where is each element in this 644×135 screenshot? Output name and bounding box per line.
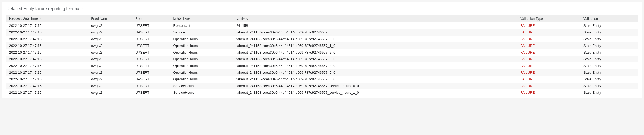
cell-request-date-time: 2022-10-27 17:47:15 (6, 22, 88, 29)
cell-validation-type: FAILURE (518, 89, 581, 96)
cell-route: UPSERT (133, 36, 170, 42)
cell-request-date-time: 2022-10-27 17:47:15 (6, 82, 88, 89)
cell-feed-name: owg.v2 (88, 89, 133, 96)
table-row: 2022-10-27 17:47:15owg.v2UPSERTOperation… (6, 49, 638, 56)
cell-validation: Stale Entity (581, 89, 638, 96)
cell-feed-name: owg.v2 (88, 42, 133, 49)
cell-request-date-time: 2022-10-27 17:47:15 (6, 36, 88, 42)
header-label: Feed Name (91, 17, 108, 21)
cell-entity-id: takeout_241158-ccea30e6-44df-4514-b069-7… (234, 49, 518, 56)
table-body: 2022-10-27 17:47:15owg.v2UPSERTRestauran… (6, 22, 638, 96)
cell-validation-type: FAILURE (518, 62, 581, 69)
header-label: Request Date Time (9, 17, 38, 20)
cell-entity-id: takeout_241158-ccea30e6-44df-4514-b069-7… (234, 36, 518, 42)
cell-validation-type: FAILURE (518, 36, 581, 42)
cell-feed-name: owg.v2 (88, 36, 133, 42)
failure-table: Request Date Time Feed Name Route Entity… (6, 15, 638, 96)
table-row: 2022-10-27 17:47:15owg.v2UPSERTServiceHo… (6, 89, 638, 96)
cell-route: UPSERT (133, 22, 170, 29)
cell-validation-type: FAILURE (518, 76, 581, 82)
cell-validation: Stale Entity (581, 62, 638, 69)
column-header-validation[interactable]: Validation (581, 15, 638, 22)
cell-request-date-time: 2022-10-27 17:47:15 (6, 69, 88, 76)
column-header-entity-type[interactable]: Entity Type (171, 15, 234, 22)
cell-validation: Stale Entity (581, 76, 638, 82)
cell-validation: Stale Entity (581, 49, 638, 56)
cell-validation-type: FAILURE (518, 29, 581, 36)
cell-route: UPSERT (133, 62, 170, 69)
cell-request-date-time: 2022-10-27 17:47:15 (6, 29, 88, 36)
cell-feed-name: owg.v2 (88, 22, 133, 29)
cell-request-date-time: 2022-10-27 17:47:15 (6, 42, 88, 49)
cell-validation: Stale Entity (581, 82, 638, 89)
cell-validation-type: FAILURE (518, 56, 581, 62)
cell-entity-id: 241158 (234, 22, 518, 29)
panel-title: Detailed Entity failure reporting feedba… (6, 6, 638, 11)
cell-feed-name: owg.v2 (88, 29, 133, 36)
cell-entity-type: OperationHours (171, 69, 234, 76)
column-header-route[interactable]: Route (133, 15, 170, 22)
cell-validation: Stale Entity (581, 56, 638, 62)
cell-entity-type: OperationHours (171, 49, 234, 56)
cell-route: UPSERT (133, 76, 170, 82)
cell-entity-type: OperationHours (171, 62, 234, 69)
sort-asc-icon (191, 17, 194, 21)
cell-route: UPSERT (133, 42, 170, 49)
table-row: 2022-10-27 17:47:15owg.v2UPSERTOperation… (6, 42, 638, 49)
cell-entity-type: OperationHours (171, 36, 234, 42)
table-row: 2022-10-27 17:47:15owg.v2UPSERTRestauran… (6, 22, 638, 29)
cell-request-date-time: 2022-10-27 17:47:15 (6, 62, 88, 69)
cell-route: UPSERT (133, 56, 170, 62)
header-label: Route (135, 17, 144, 21)
cell-entity-type: OperationHours (171, 56, 234, 62)
cell-entity-id: takeout_241158-ccea30e6-44df-4514-b069-7… (234, 76, 518, 82)
column-header-entity-id[interactable]: Entity Id (234, 15, 518, 22)
cell-feed-name: owg.v2 (88, 49, 133, 56)
cell-request-date-time: 2022-10-27 17:47:15 (6, 56, 88, 62)
cell-request-date-time: 2022-10-27 17:47:15 (6, 49, 88, 56)
cell-entity-id: takeout_241158-ccea30e6-44df-4514-b069-7… (234, 89, 518, 96)
failure-report-panel: Detailed Entity failure reporting feedba… (2, 2, 642, 98)
header-label: Entity Type (173, 17, 190, 20)
cell-request-date-time: 2022-10-27 17:47:15 (6, 89, 88, 96)
cell-feed-name: owg.v2 (88, 76, 133, 82)
table-row: 2022-10-27 17:47:15owg.v2UPSERTOperation… (6, 69, 638, 76)
cell-validation: Stale Entity (581, 29, 638, 36)
table-row: 2022-10-27 17:47:15owg.v2UPSERTServiceta… (6, 29, 638, 36)
cell-entity-id: takeout_241158-ccea30e6-44df-4514-b069-7… (234, 69, 518, 76)
table-row: 2022-10-27 17:47:15owg.v2UPSERTServiceHo… (6, 82, 638, 89)
cell-feed-name: owg.v2 (88, 56, 133, 62)
cell-entity-id: takeout_241158-ccea30e6-44df-4514-b069-7… (234, 29, 518, 36)
cell-validation-type: FAILURE (518, 49, 581, 56)
cell-validation: Stale Entity (581, 69, 638, 76)
cell-feed-name: owg.v2 (88, 69, 133, 76)
cell-entity-type: OperationHours (171, 76, 234, 82)
sort-desc-icon (39, 17, 42, 21)
table-row: 2022-10-27 17:47:15owg.v2UPSERTOperation… (6, 36, 638, 42)
cell-entity-type: OperationHours (171, 42, 234, 49)
cell-entity-type: ServiceHours (171, 89, 234, 96)
cell-validation-type: FAILURE (518, 69, 581, 76)
cell-validation: Stale Entity (581, 42, 638, 49)
table-row: 2022-10-27 17:47:15owg.v2UPSERTOperation… (6, 56, 638, 62)
column-header-feed-name[interactable]: Feed Name (88, 15, 133, 22)
cell-entity-type: Service (171, 29, 234, 36)
cell-validation-type: FAILURE (518, 42, 581, 49)
cell-route: UPSERT (133, 69, 170, 76)
column-header-request-date-time[interactable]: Request Date Time (6, 15, 88, 22)
cell-route: UPSERT (133, 82, 170, 89)
cell-route: UPSERT (133, 29, 170, 36)
cell-route: UPSERT (133, 89, 170, 96)
cell-validation: Stale Entity (581, 36, 638, 42)
cell-validation: Stale Entity (581, 22, 638, 29)
cell-entity-id: takeout_241158-ccea30e6-44df-4514-b069-7… (234, 62, 518, 69)
header-label: Validation (583, 17, 598, 21)
cell-entity-id: takeout_241158-ccea30e6-44df-4514-b069-7… (234, 56, 518, 62)
cell-validation-type: FAILURE (518, 22, 581, 29)
cell-validation-type: FAILURE (518, 82, 581, 89)
column-header-validation-type[interactable]: Validation Type (518, 15, 581, 22)
table-header-row: Request Date Time Feed Name Route Entity… (6, 15, 638, 22)
cell-request-date-time: 2022-10-27 17:47:15 (6, 76, 88, 82)
cell-entity-id: takeout_241158-ccea30e6-44df-4514-b069-7… (234, 82, 518, 89)
cell-entity-id: takeout_241158-ccea30e6-44df-4514-b069-7… (234, 42, 518, 49)
